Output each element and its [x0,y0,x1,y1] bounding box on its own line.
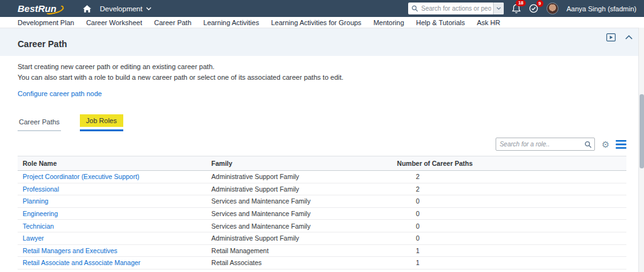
family-cell: Services and Maintenance Family [206,222,392,230]
tab-job-roles-highlight: Job Roles [80,114,123,127]
career-paths-count: 2 [392,173,626,180]
search-icon[interactable] [584,141,592,148]
career-paths-count: 0 [392,197,626,205]
page-header: Career Path [0,28,644,56]
family-cell: Services and Maintenance Family [206,210,392,217]
content: Start creating new career path or editin… [0,56,644,272]
user-name[interactable]: Aanya Singh (sfadmin) [567,5,636,13]
module-label: Development [100,5,143,13]
family-cell: Administrative Support Family [206,185,392,193]
todo-button[interactable]: 9 [529,4,538,13]
media-tutorial-button[interactable] [606,33,616,41]
column-family: Family [206,156,392,170]
scrollbar-thumb[interactable] [640,94,644,168]
nav-item-development-plan[interactable]: Development Plan [18,19,74,26]
notification-badge: 18 [516,0,525,6]
career-paths-count: 0 [392,210,626,217]
chevron-down-icon [146,7,152,11]
career-paths-count: 0 [392,234,626,242]
table-row: Project Coordinator (Executive Support) … [18,171,626,183]
tab-job-roles[interactable]: Job Roles [80,114,123,131]
todo-badge: 9 [536,0,543,7]
career-paths-count: 1 [392,259,626,266]
avatar[interactable] [547,3,558,14]
chevron-down-icon [496,7,501,10]
family-cell: Services and Maintenance Family [206,197,392,205]
role-link[interactable]: Technician [18,222,206,230]
role-link[interactable]: Engineering [18,210,206,217]
nav-item-help-tutorials[interactable]: Help & Tutorials [416,19,465,26]
global-search-input[interactable] [419,5,493,12]
role-link[interactable]: Professional [18,185,206,193]
nav-item-learning-activities[interactable]: Learning Activities [203,19,259,26]
job-roles-table: Role Name Family Number of Career Paths … [18,156,626,272]
family-cell: Administrative Support Family [206,234,392,242]
notifications-button[interactable]: 18 [512,4,521,14]
table-row: Planning Services and Maintenance Family… [18,195,626,208]
career-paths-count: 0 [392,222,626,230]
nav-item-learning-activities-for-groups[interactable]: Learning Activities for Groups [271,19,362,26]
role-link[interactable]: Retail Associate and Associate Manager [18,259,206,266]
family-cell: Retail Associates [206,259,392,266]
play-icon [606,33,616,41]
nav-item-mentoring[interactable]: Mentoring [374,19,404,26]
tab-career-paths[interactable]: Career Paths [18,115,61,131]
nav-item-career-worksheet[interactable]: Career Worksheet [86,19,142,26]
column-number-of-career-paths: Number of Career Paths [392,156,626,170]
role-search [496,138,595,151]
column-role-name: Role Name [18,156,206,170]
page-scrollbar[interactable] [638,28,644,272]
logo-best: Best [18,3,38,14]
module-selector[interactable]: Development [100,5,152,13]
settings-icon[interactable]: ⚙ [601,140,609,149]
family-cell: Administrative Support Family [206,173,392,180]
nav-item-career-path[interactable]: Career Path [154,19,191,26]
family-cell: Retail Management [206,247,392,254]
role-link[interactable]: Project Coordinator (Executive Support) [18,173,206,180]
tab-strip: Career Paths Job Roles [18,114,626,131]
role-link[interactable]: Retail Managers and Executives [18,247,206,254]
page-header-actions [606,33,633,41]
chevron-up-icon [625,35,633,40]
search-scope-dropdown[interactable] [493,3,504,14]
table-row: Retail Managers and Executives Retail Ma… [18,245,626,258]
career-paths-count: 1 [392,247,626,254]
collapse-header-button[interactable] [625,35,633,40]
page-title: Career Path [18,39,644,49]
role-search-input[interactable] [496,141,584,148]
table-toolbar: ⚙ [18,138,626,151]
intro-line-1: Start creating new career path or editin… [18,62,626,72]
bestrun-logo[interactable]: BestRun [18,4,65,13]
role-link[interactable]: Lawyer [18,234,206,242]
table-header-row: Role Name Family Number of Career Paths [18,156,626,171]
global-search [408,3,504,14]
list-view-icon[interactable] [616,140,626,149]
table-row: Retail Associate and Associate Manager R… [18,257,626,269]
configure-career-path-node-link[interactable]: Configure career path node [18,90,102,97]
nav-item-ask-hr[interactable]: Ask HR [477,19,500,26]
top-bar: BestRun Development 18 9 Aanya Singh (sf… [0,0,644,17]
home-icon[interactable] [83,5,91,13]
career-paths-count: 2 [392,185,626,193]
topbar-right: 18 9 Aanya Singh (sfadmin) [408,3,636,14]
role-link[interactable]: Planning [18,197,206,205]
table-row: Retail-District Manager Retail Managemen… [18,269,626,272]
search-icon [408,5,419,12]
module-nav: Development Plan Career Worksheet Career… [0,17,644,28]
table-row: Technician Services and Maintenance Fami… [18,220,626,232]
table-row: Lawyer Administrative Support Family 0 [18,232,626,245]
intro-line-2: You can also start with a role to build … [18,72,626,83]
table-row: Engineering Services and Maintenance Fam… [18,208,626,220]
table-row: Professional Administrative Support Fami… [18,183,626,196]
